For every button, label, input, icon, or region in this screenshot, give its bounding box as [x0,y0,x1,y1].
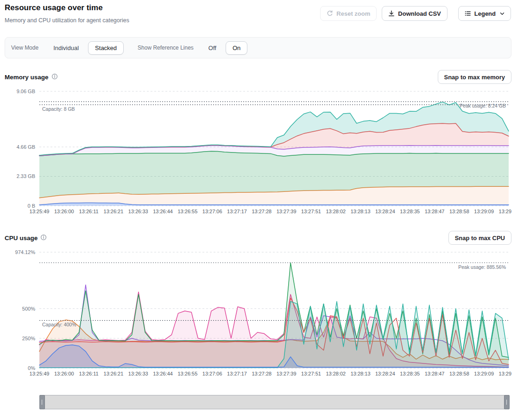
x-axis-tick-label: 13:27:06 [202,371,222,376]
x-axis-tick-label: 13:29:24 [499,209,511,214]
x-axis-tick-label: 13:28:35 [400,209,420,214]
x-axis-tick-label: 13:26:00 [54,371,74,376]
cpu-section-header: CPU usage Snap to max CPU [5,230,511,245]
y-axis-tick-label: 250% [22,336,35,341]
x-axis-tick-label: 13:27:51 [301,371,321,376]
chevron-down-icon [500,12,504,15]
chart-controls-bar: View Mode Individual Stacked Show Refere… [5,37,511,58]
x-axis-tick-label: 13:29:09 [474,209,494,214]
x-axis-tick-label: 13:29:24 [499,371,511,376]
brush-handle-right[interactable] [504,395,510,409]
view-mode-individual-option[interactable]: Individual [50,43,82,53]
x-axis-tick-label: 13:26:21 [104,209,124,214]
x-axis-tick-label: 13:28:24 [375,371,395,376]
x-axis-tick-label: 13:28:24 [375,209,395,214]
x-axis-tick-label: 13:27:39 [277,209,296,214]
page-title: Resource usage over time [5,3,103,13]
reference-line-label: Peak usage: 885.56% [458,264,506,270]
reference-line-label: Capacity: 8 GB [42,106,75,112]
x-axis-tick-label: 13:28:58 [449,209,469,214]
refresh-icon [327,10,333,17]
y-axis-tick-label: 2.33 GB [17,173,35,179]
x-axis-tick-label: 13:29:09 [474,371,494,376]
download-csv-button[interactable]: Download CSV [382,6,447,21]
reset-zoom-button[interactable]: Reset zoom [320,6,377,21]
x-axis-tick-label: 13:27:28 [252,371,271,376]
memory-chart-svg: 0 B2.33 GB4.66 GB9.06 GB13:25:4913:26:00… [5,86,511,218]
x-axis-tick-label: 13:27:51 [301,209,321,214]
memory-section-title: Memory usage [5,74,49,81]
header-actions: Reset zoom Download CSV Legend [320,6,511,21]
x-axis-tick-label: 13:27:39 [277,371,296,376]
x-axis-tick-label: 13:27:17 [227,209,247,214]
x-axis-tick-label: 13:27:06 [202,209,222,214]
x-axis-tick-label: 13:26:11 [79,371,99,376]
x-axis-tick-label: 13:26:11 [79,209,99,214]
download-icon [388,10,395,17]
y-axis-tick-label: 9.06 GB [17,89,35,94]
view-mode-stacked-option[interactable]: Stacked [88,41,124,55]
legend-button[interactable]: Legend [458,6,511,21]
memory-section-header: Memory usage Snap to max memory [5,70,511,84]
reference-lines-label: Show Reference Lines [138,45,194,51]
reference-line-label: Capacity: 400% [42,322,76,327]
x-axis-tick-label: 13:26:55 [177,371,197,376]
x-axis-tick-label: 13:28:35 [400,371,420,376]
brush-handle-left[interactable] [39,395,45,409]
x-axis-tick-label: 13:26:33 [128,209,148,214]
x-axis-tick-label: 13:25:49 [30,371,50,376]
cpu-usage-chart[interactable]: 0%250%500%974.12%13:25:4913:26:0013:26:1… [5,247,511,380]
info-icon[interactable] [51,73,58,81]
x-axis-tick-label: 13:28:47 [425,371,445,376]
x-axis-tick-label: 13:28:02 [326,209,346,214]
reference-lines-on-option[interactable]: On [226,41,247,55]
resource-usage-page: Resource usage over time Memory and CPU … [0,0,517,420]
x-axis-tick-label: 13:28:58 [449,371,469,376]
snap-to-max-memory-button[interactable]: Snap to max memory [438,70,512,84]
y-axis-tick-label: 0 B [27,203,35,209]
x-axis-tick-label: 13:28:13 [351,371,371,376]
x-axis-tick-label: 13:26:21 [104,371,124,376]
snap-to-max-cpu-button[interactable]: Snap to max CPU [448,231,511,245]
y-axis-tick-label: 974.12% [15,249,36,255]
x-axis-tick-label: 13:25:49 [30,209,50,214]
x-axis-tick-label: 13:26:33 [128,371,148,376]
page-subtitle: Memory and CPU utilization for agent cat… [5,17,129,24]
y-axis-tick-label: 4.66 GB [17,144,35,150]
x-axis-tick-label: 13:27:28 [252,209,271,214]
time-range-brush[interactable] [39,395,510,409]
x-axis-tick-label: 13:28:02 [326,371,346,376]
view-mode-label: View Mode [11,45,38,51]
x-axis-tick-label: 13:26:44 [153,371,173,376]
x-axis-tick-label: 13:26:00 [54,209,74,214]
y-axis-tick-label: 500% [22,306,35,312]
info-icon[interactable] [40,234,47,242]
x-axis-tick-label: 13:28:47 [425,209,445,214]
x-axis-tick-label: 13:27:17 [227,371,247,376]
memory-usage-chart[interactable]: 0 B2.33 GB4.66 GB9.06 GB13:25:4913:26:00… [5,86,511,218]
cpu-chart-svg: 0%250%500%974.12%13:25:4913:26:0013:26:1… [5,247,511,380]
x-axis-tick-label: 13:26:44 [153,209,173,214]
reference-lines-off-option[interactable]: Off [206,43,219,53]
y-axis-tick-label: 0% [28,365,35,371]
reference-line-label: Peak usage: 8.24 GB [460,103,506,108]
x-axis-tick-label: 13:26:55 [177,209,197,214]
x-axis-tick-label: 13:28:13 [351,209,371,214]
list-icon [465,10,471,17]
cpu-section-title: CPU usage [5,235,38,242]
